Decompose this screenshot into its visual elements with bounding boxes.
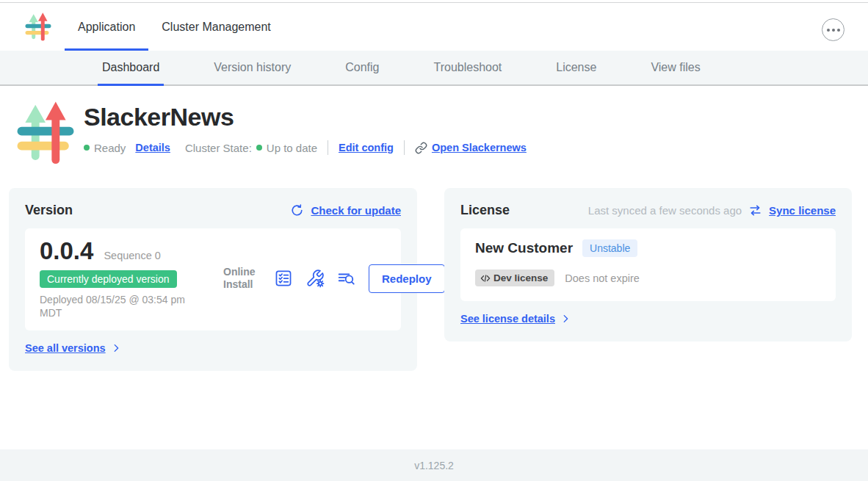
edit-config-link[interactable]: Edit config bbox=[339, 142, 394, 153]
console-footer: v1.125.2 bbox=[0, 449, 868, 481]
sync-license-link[interactable]: Sync license bbox=[748, 203, 836, 217]
subnav-item-troubleshoot[interactable]: Troubleshoot bbox=[429, 51, 506, 84]
subnav-item-license[interactable]: License bbox=[551, 51, 601, 84]
chevron-right-icon bbox=[560, 314, 571, 324]
header-tabs: Application Cluster Management bbox=[65, 3, 284, 51]
license-details-panel: New Customer Unstable Dev license bbox=[460, 228, 836, 301]
install-type-label: Online Install bbox=[223, 266, 261, 292]
preflight-checks-icon[interactable] bbox=[274, 269, 293, 288]
see-license-details-link[interactable]: See license details bbox=[460, 313, 571, 325]
app-title-block: SlackerNews Ready Details Cluster State:… bbox=[0, 86, 868, 167]
chevron-right-icon bbox=[111, 343, 121, 353]
deployed-timestamp: Deployed 08/15/25 @ 03:54 pm MDT bbox=[40, 294, 200, 320]
ellipsis-icon bbox=[827, 29, 830, 32]
license-card-title: License bbox=[460, 203, 510, 218]
open-app-link[interactable]: Open Slackernews bbox=[432, 142, 527, 153]
customer-name: New Customer bbox=[475, 240, 573, 256]
tab-application[interactable]: Application bbox=[65, 3, 148, 51]
tab-cluster-management-label: Cluster Management bbox=[162, 21, 271, 34]
app-status-row: Ready Details Cluster State: Up to date … bbox=[84, 140, 527, 155]
hash-arrows-logo bbox=[26, 12, 51, 40]
subnav-item-view-files[interactable]: View files bbox=[646, 51, 704, 84]
check-for-update-link[interactable]: Check for update bbox=[290, 203, 401, 217]
version-sequence: Sequence 0 bbox=[104, 250, 160, 261]
cluster-state-label: Cluster State: bbox=[185, 142, 252, 154]
app-header: Application Cluster Management bbox=[0, 3, 868, 51]
subnav-item-config[interactable]: Config bbox=[341, 51, 383, 84]
config-wrench-icon[interactable] bbox=[305, 269, 325, 288]
sync-arrows-icon bbox=[748, 203, 762, 217]
license-expiry: Does not expire bbox=[565, 272, 640, 284]
app-logo-icon bbox=[24, 11, 52, 43]
view-logs-icon[interactable] bbox=[337, 269, 356, 288]
app-status-label: Ready bbox=[94, 142, 126, 154]
version-number: 0.0.4 bbox=[40, 237, 93, 265]
refresh-icon bbox=[290, 203, 304, 217]
chain-link-icon bbox=[415, 142, 427, 154]
divider bbox=[328, 140, 328, 155]
current-version-panel: 0.0.4 Sequence 0 Currently deployed vers… bbox=[25, 228, 401, 330]
subnav-item-dashboard[interactable]: Dashboard bbox=[98, 51, 164, 84]
cluster-state-value: Up to date bbox=[267, 142, 317, 154]
version-card-title: Version bbox=[25, 203, 73, 218]
deployed-version-badge: Currently deployed version bbox=[40, 270, 177, 288]
license-type-badge: Dev license bbox=[475, 270, 554, 286]
cluster-state-dot bbox=[256, 145, 262, 151]
version-card: Version Check for update bbox=[9, 188, 417, 371]
subnav-item-version-history[interactable]: Version history bbox=[209, 51, 295, 84]
kots-admin-console: Application Cluster Management Dashboard… bbox=[0, 0, 868, 481]
app-logo-large bbox=[15, 100, 76, 167]
dashboard-cards: Version Check for update bbox=[9, 188, 859, 371]
app-subnav: Dashboard Version history Config Trouble… bbox=[0, 51, 868, 86]
more-options-button[interactable] bbox=[822, 18, 845, 41]
status-details-link[interactable]: Details bbox=[135, 142, 170, 153]
dashboard-main: SlackerNews Ready Details Cluster State:… bbox=[0, 86, 868, 371]
channel-badge: Unstable bbox=[582, 239, 637, 257]
tab-application-label: Application bbox=[78, 21, 135, 34]
tab-cluster-management[interactable]: Cluster Management bbox=[148, 3, 284, 51]
license-card: License Last synced a few seconds ago Sy… bbox=[444, 188, 852, 341]
console-version: v1.125.2 bbox=[414, 460, 454, 471]
redeploy-button[interactable]: Redeploy bbox=[369, 264, 445, 293]
app-status-dot bbox=[84, 145, 90, 151]
code-icon bbox=[480, 273, 491, 283]
last-synced-text: Last synced a few seconds ago bbox=[588, 204, 742, 217]
divider bbox=[404, 140, 405, 155]
page-title: SlackerNews bbox=[84, 103, 527, 131]
see-all-versions-link[interactable]: See all versions bbox=[25, 342, 121, 354]
